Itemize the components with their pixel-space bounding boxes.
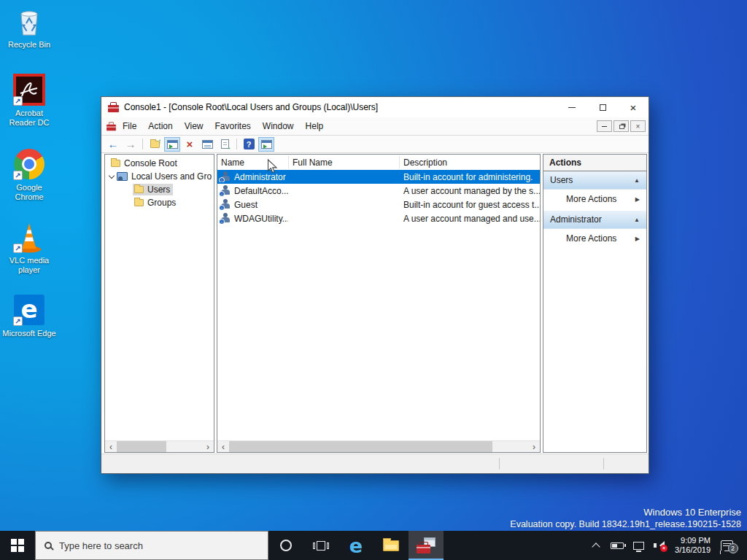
volume-muted-icon: × — [654, 540, 665, 551]
taskbar-search-input[interactable]: Type here to search — [35, 531, 268, 560]
menubar: File Action View Favorites Window Help × — [101, 117, 649, 136]
console-content: Console Root Local Users and Gro Users G… — [101, 153, 649, 455]
taskbar-explorer-button[interactable] — [374, 531, 409, 560]
desktop-icon-label: Recycle Bin — [1, 40, 57, 50]
task-view-icon — [313, 541, 329, 551]
more-actions-administrator[interactable]: More Actions ▶ — [543, 229, 646, 248]
scroll-left-arrow[interactable]: ‹ — [105, 441, 117, 452]
list-row-guest[interactable]: ↓ Guest Built-in account for guest acces… — [217, 198, 540, 211]
user-icon: ↓ — [220, 199, 231, 210]
maximize-button[interactable] — [587, 98, 618, 117]
mmc-console-icon — [417, 537, 436, 553]
toolbar: ← → ↑ × → ? — [101, 136, 649, 153]
clock-date: 3/16/2019 — [675, 545, 711, 555]
menu-favorites[interactable]: Favorites — [209, 117, 257, 135]
forward-button[interactable]: → — [123, 137, 139, 152]
list-row-administrator[interactable]: ↓ Administrator Built-in account for adm… — [217, 170, 540, 184]
list-row-defaultaccount[interactable]: ↓ DefaultAcco... A user account managed … — [217, 184, 540, 198]
column-header-full-name[interactable]: Full Name — [288, 158, 399, 168]
new-window-button[interactable] — [258, 137, 274, 152]
mmc-toolbox-icon — [108, 105, 119, 112]
desktop-icon-recycle-bin[interactable]: Recycle Bin — [1, 4, 57, 50]
cortana-button[interactable] — [268, 531, 303, 560]
column-header-description[interactable]: Description — [399, 158, 540, 168]
tree-item-groups[interactable]: Groups — [105, 196, 214, 209]
folder-icon — [111, 160, 120, 167]
volume-tray-icon[interactable]: × — [651, 531, 667, 560]
show-hidden-icons-button[interactable] — [588, 531, 604, 560]
desktop-icon-edge[interactable]: e ↗ Microsoft Edge — [1, 293, 57, 338]
scroll-right-arrow[interactable]: › — [528, 441, 540, 452]
desktop-icon-acrobat[interactable]: ↗ Acrobat Reader DC — [1, 73, 57, 128]
file-explorer-icon — [383, 540, 399, 551]
window-titlebar[interactable]: Console1 - [Console Root\Local Users and… — [101, 97, 649, 117]
scrollbar-thumb[interactable] — [117, 441, 166, 452]
menu-action[interactable]: Action — [142, 117, 178, 135]
taskbar-clock[interactable]: 9:09 PM 3/16/2019 — [673, 536, 713, 555]
battery-tray-icon[interactable] — [609, 531, 625, 560]
recycle-bin-icon — [12, 4, 46, 38]
network-tray-icon[interactable] — [630, 531, 646, 560]
list-horizontal-scrollbar[interactable]: ‹ › — [217, 440, 540, 452]
taskbar-edge-button[interactable]: e — [338, 531, 374, 560]
menu-window[interactable]: Window — [257, 117, 300, 135]
menu-help[interactable]: Help — [300, 117, 330, 135]
show-console-tree-button[interactable] — [164, 137, 180, 152]
actions-pane: Actions Users ▲ More Actions ▶ Administr… — [543, 154, 647, 453]
close-button[interactable]: × — [618, 98, 649, 117]
desktop-icon-vlc[interactable]: ↗ VLC media player — [1, 220, 57, 275]
folder-icon — [134, 199, 144, 206]
actions-section-users[interactable]: Users ▲ — [543, 171, 646, 190]
taskbar-mmc-button[interactable] — [409, 531, 444, 560]
windows-logo-icon — [11, 539, 24, 552]
mdi-minimize-button[interactable] — [597, 120, 612, 132]
shortcut-arrow-icon: ↗ — [13, 316, 23, 326]
column-divider[interactable] — [399, 156, 400, 168]
export-list-button[interactable]: → — [217, 137, 233, 152]
actions-section-administrator[interactable]: Administrator ▲ — [543, 211, 646, 229]
tree-item-users[interactable]: Users — [105, 183, 214, 196]
chevron-up-icon — [592, 542, 600, 551]
action-center-button[interactable]: 2 — [718, 531, 743, 560]
list-row-wdagutility[interactable]: ↓ WDAGUtility... A user account managed … — [217, 211, 540, 225]
notification-badge: 2 — [728, 543, 738, 553]
submenu-arrow-icon: ▶ — [635, 236, 640, 242]
start-button[interactable] — [0, 531, 35, 560]
mdi-restore-button[interactable] — [614, 120, 629, 132]
minimize-button[interactable] — [557, 98, 587, 117]
more-actions-users[interactable]: More Actions ▶ — [543, 190, 646, 209]
delete-button[interactable]: × — [182, 137, 198, 152]
tree-item-console-root[interactable]: Console Root — [105, 157, 214, 170]
scroll-left-arrow[interactable]: ‹ — [217, 441, 229, 452]
scroll-right-arrow[interactable]: › — [202, 441, 214, 452]
chevron-down-icon[interactable] — [109, 172, 115, 178]
system-tray: × 9:09 PM 3/16/2019 2 — [588, 531, 747, 560]
user-icon: ↓ — [220, 185, 231, 196]
list-header: Name Full Name Description — [217, 155, 540, 170]
menu-file[interactable]: File — [117, 117, 142, 135]
tree-horizontal-scrollbar[interactable]: ‹ › — [105, 440, 214, 452]
battery-icon — [611, 542, 624, 549]
tree-item-local-users-and-groups[interactable]: Local Users and Gro — [105, 170, 214, 183]
up-one-level-button[interactable]: ↑ — [147, 137, 163, 152]
collapse-icon[interactable]: ▲ — [634, 177, 640, 184]
shortcut-arrow-icon: ↗ — [13, 171, 23, 180]
mdi-close-button[interactable]: × — [630, 120, 646, 132]
desktop-icon-label: Microsoft Edge — [1, 329, 57, 338]
vlc-icon: ↗ — [12, 220, 46, 254]
actions-pane-title: Actions — [543, 155, 646, 171]
back-button[interactable]: ← — [105, 137, 121, 152]
help-button[interactable]: ? — [241, 137, 257, 152]
column-divider[interactable] — [288, 156, 289, 168]
menu-view[interactable]: View — [179, 117, 209, 135]
collapse-icon[interactable]: ▲ — [634, 217, 640, 223]
desktop-icon-chrome[interactable]: ↗ Google Chrome — [1, 147, 57, 202]
window-title: Console1 - [Console Root\Local Users and… — [124, 102, 557, 112]
folder-icon — [134, 186, 144, 193]
task-view-button[interactable] — [303, 531, 338, 560]
console-tree-pane: Console Root Local Users and Gro Users G… — [104, 154, 214, 453]
properties-button[interactable] — [199, 137, 215, 152]
clock-time: 9:09 PM — [675, 536, 711, 545]
scrollbar-thumb[interactable] — [229, 441, 492, 452]
evaluation-watermark: Windows 10 Enterprise Evaluation copy. B… — [510, 506, 741, 531]
